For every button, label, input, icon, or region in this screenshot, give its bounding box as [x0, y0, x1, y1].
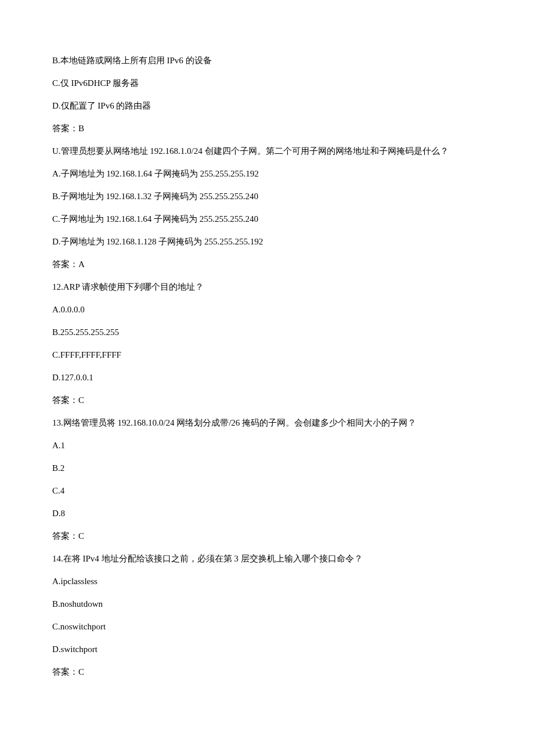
- option-text: A.ipclassless: [52, 570, 482, 593]
- answer-text: 答案：A: [52, 253, 482, 276]
- answer-text: 答案：C: [52, 525, 482, 548]
- question-text: U.管理员想要从网络地址 192.168.1.0/24 创建四个子网。第二个可用…: [52, 140, 482, 163]
- option-text: B.2: [52, 457, 482, 480]
- option-text: B.子网地址为 192.168.1.32 子网掩码为 255.255.255.2…: [52, 185, 482, 208]
- question-text: 13.网络管理员将 192.168.10.0/24 网络划分成带/26 掩码的子…: [52, 412, 482, 434]
- question-text: 14.在将 IPv4 地址分配给该接口之前，必须在第 3 层交换机上输入哪个接口…: [52, 548, 482, 570]
- option-text: C.noswitchport: [52, 615, 482, 638]
- question-text: 12.ARP 请求帧使用下列哪个目的地址？: [52, 276, 482, 298]
- option-text: A.子网地址为 192.168.1.64 子网掩码为 255.255.255.1…: [52, 163, 482, 185]
- option-text: D.仅配置了 IPv6 的路由器: [52, 95, 482, 117]
- option-text: D.127.0.0.1: [52, 366, 482, 389]
- option-text: B.本地链路或网络上所有启用 IPv6 的设备: [52, 49, 482, 72]
- option-text: C.仅 IPv6DHCP 服务器: [52, 72, 482, 95]
- answer-text: 答案：B: [52, 117, 482, 140]
- option-text: D.子网地址为 192.168.1.128 子网掩码为 255.255.255.…: [52, 231, 482, 253]
- option-text: C.FFFF,FFFF,FFFF: [52, 344, 482, 366]
- option-text: A.0.0.0.0: [52, 298, 482, 321]
- answer-text: 答案：C: [52, 389, 482, 412]
- option-text: B.255.255.255.255: [52, 321, 482, 344]
- option-text: A.1: [52, 434, 482, 457]
- option-text: C.子网地址为 192.168.1.64 子网掩码为 255.255.255.2…: [52, 208, 482, 231]
- option-text: C.4: [52, 480, 482, 502]
- answer-text: 答案：C: [52, 661, 482, 683]
- option-text: B.noshutdown: [52, 593, 482, 615]
- option-text: D.8: [52, 502, 482, 525]
- document-page: B.本地链路或网络上所有启用 IPv6 的设备 C.仅 IPv6DHCP 服务器…: [0, 0, 534, 718]
- option-text: D.switchport: [52, 638, 482, 661]
